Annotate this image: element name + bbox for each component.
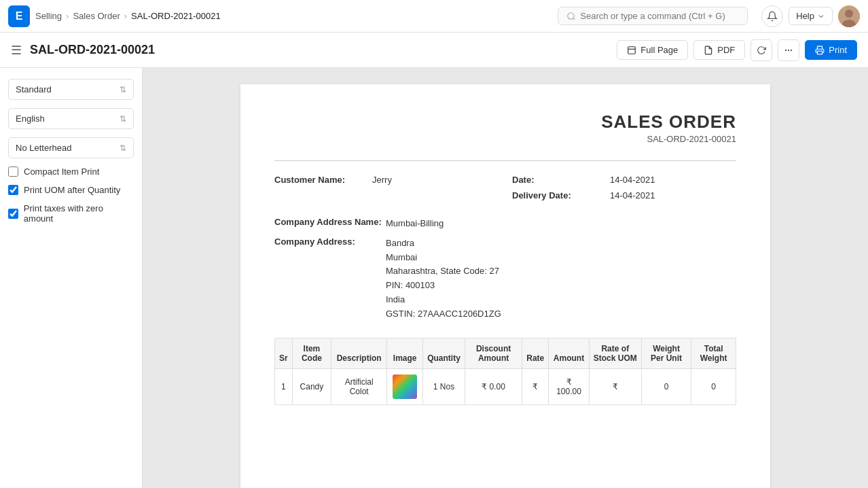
doc-info-grid: Customer Name: Jerry Date: 14-04-2021 De…	[274, 175, 736, 201]
sidebar: Standard ⇅ English ⇅ No Letterhead ⇅ Com…	[0, 68, 143, 488]
menu-icon[interactable]: ☰	[11, 43, 22, 58]
svg-line-1	[573, 18, 575, 20]
navbar: E Selling › Sales Order › SAL-ORD-2021-0…	[0, 0, 868, 33]
refresh-icon	[757, 46, 766, 55]
format-select[interactable]: Standard ⇅	[8, 79, 134, 100]
address-section: Company Address Name: Mumbai-Billing Com…	[274, 217, 736, 321]
doc-id: SAL-ORD-2021-00021	[274, 134, 736, 144]
col-rate-stock-uom: Rate of Stock UOM	[589, 338, 641, 368]
col-weight-per-unit: Weight Per Unit	[641, 338, 691, 368]
language-select[interactable]: English ⇅	[8, 108, 134, 129]
cell-weight-per-unit: 0	[641, 368, 691, 404]
compact-item-print-input[interactable]	[8, 167, 18, 177]
compact-item-print-checkbox[interactable]: Compact Item Print	[8, 167, 134, 177]
cell-image	[387, 368, 423, 404]
layout: Standard ⇅ English ⇅ No Letterhead ⇅ Com…	[0, 68, 868, 488]
print-uom-input[interactable]	[8, 185, 18, 195]
col-description: Description	[331, 338, 387, 368]
customer-name-label: Customer Name:	[274, 175, 369, 185]
delivery-date-value: 14-04-2021	[610, 190, 655, 201]
col-total-weight: Total Weight	[691, 338, 736, 368]
help-button[interactable]: Help	[789, 7, 833, 25]
delivery-date-row: Delivery Date: 14-04-2021	[512, 190, 736, 201]
page-header: ☰ SAL-ORD-2021-00021 Full Page PDF	[0, 33, 868, 68]
customer-name-value: Jerry	[372, 175, 392, 185]
cell-amount: ₹ 100.00	[549, 368, 589, 404]
col-amount: Amount	[549, 338, 589, 368]
company-address-name-row: Company Address Name: Mumbai-Billing	[274, 217, 736, 231]
col-item-code: Item Code	[292, 338, 331, 368]
svg-rect-5	[628, 46, 636, 54]
table-row: 1 Candy Artificial Colot 1 Nos ₹ 0.00 ₹ …	[275, 368, 736, 404]
pdf-button[interactable]: PDF	[693, 40, 745, 60]
more-icon	[784, 46, 793, 55]
app-brand-icon[interactable]: E	[8, 5, 30, 27]
letterhead-select[interactable]: No Letterhead ⇅	[8, 137, 134, 158]
user-avatar-icon	[838, 5, 860, 27]
breadcrumb-sales-order[interactable]: Sales Order	[73, 11, 120, 21]
main-content: SALES ORDER SAL-ORD-2021-00021 Customer …	[143, 68, 868, 488]
breadcrumb: Selling › Sales Order › SAL-ORD-2021-000…	[35, 11, 221, 21]
notifications-button[interactable]	[761, 5, 783, 27]
cell-item-code: Candy	[292, 368, 331, 404]
refresh-button[interactable]	[751, 39, 772, 61]
letterhead-arrows-icon: ⇅	[120, 143, 126, 153]
svg-point-8	[789, 50, 789, 50]
company-address-value: Bandra Mumbai Maharashtra, State Code: 2…	[386, 237, 501, 321]
item-image	[391, 373, 418, 400]
col-rate: Rate	[522, 338, 549, 368]
full-page-icon	[627, 46, 636, 55]
doc-divider	[274, 160, 736, 161]
print-button[interactable]: Print	[805, 40, 857, 60]
header-actions: Full Page PDF Print	[617, 39, 857, 61]
search-icon	[566, 12, 576, 21]
right-info-col: Date: 14-04-2021 Delivery Date: 14-04-20…	[512, 175, 736, 201]
cell-sr: 1	[275, 368, 293, 404]
col-sr: Sr	[275, 338, 293, 368]
page-title: SAL-ORD-2021-00021	[30, 43, 155, 57]
customer-name-row: Customer Name: Jerry	[274, 175, 499, 201]
avatar[interactable]	[838, 5, 860, 27]
company-address-name-label: Company Address Name:	[274, 217, 383, 231]
cell-total-weight: 0	[691, 368, 736, 404]
doc-header: SALES ORDER SAL-ORD-2021-00021	[274, 111, 736, 144]
cell-quantity: 1 Nos	[423, 368, 465, 404]
cell-description: Artificial Colot	[331, 368, 387, 404]
cell-discount-amount: ₹ 0.00	[465, 368, 522, 404]
cell-rate: ₹	[522, 368, 549, 404]
chevron-down-icon	[817, 12, 825, 20]
breadcrumb-selling[interactable]: Selling	[35, 11, 62, 21]
col-quantity: Quantity	[423, 338, 465, 368]
table-header-row: Sr Item Code Description Image Quantity …	[275, 338, 736, 368]
print-icon	[815, 46, 825, 55]
search-bar[interactable]	[558, 7, 748, 25]
date-value: 14-04-2021	[610, 175, 655, 185]
items-table: Sr Item Code Description Image Quantity …	[274, 338, 736, 405]
search-input[interactable]	[580, 11, 739, 21]
company-address-name-value: Mumbai-Billing	[386, 217, 444, 231]
print-taxes-checkbox[interactable]: Print taxes with zero amount	[8, 203, 134, 224]
language-arrows-icon: ⇅	[120, 114, 126, 124]
format-arrows-icon: ⇅	[120, 85, 126, 94]
more-options-button[interactable]	[778, 39, 799, 61]
breadcrumb-current: SAL-ORD-2021-00021	[131, 11, 221, 21]
date-label: Date:	[512, 175, 607, 185]
company-address-label: Company Address:	[274, 237, 383, 321]
col-discount-amount: Discount Amount	[465, 338, 522, 368]
pdf-icon	[704, 46, 713, 55]
print-uom-checkbox[interactable]: Print UOM after Quantity	[8, 185, 134, 195]
svg-point-9	[791, 50, 792, 50]
col-image: Image	[387, 338, 423, 368]
breadcrumb-sep-1: ›	[66, 11, 69, 21]
full-page-button[interactable]: Full Page	[617, 40, 688, 60]
svg-point-0	[568, 12, 574, 18]
bell-icon	[767, 11, 778, 22]
document: SALES ORDER SAL-ORD-2021-00021 Customer …	[240, 84, 770, 488]
candy-image-thumbnail	[393, 374, 417, 399]
svg-point-7	[786, 50, 786, 50]
company-address-row: Company Address: Bandra Mumbai Maharasht…	[274, 237, 736, 321]
print-taxes-input[interactable]	[8, 209, 18, 219]
svg-rect-10	[818, 51, 822, 54]
navbar-actions: Help	[761, 5, 860, 27]
date-row: Date: 14-04-2021	[512, 175, 736, 185]
